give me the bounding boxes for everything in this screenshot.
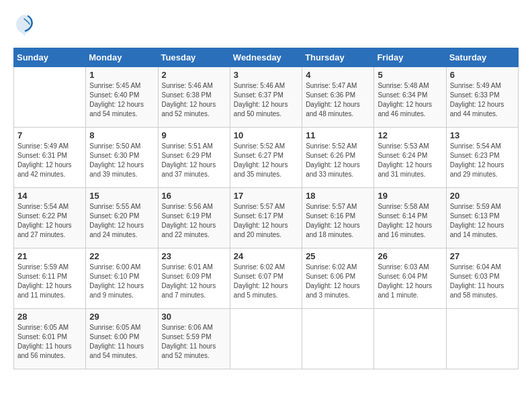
- day-info: Sunrise: 6:03 AM Sunset: 6:04 PM Dayligh…: [378, 263, 442, 300]
- day-number: 20: [450, 191, 515, 201]
- logo: [13, 13, 34, 41]
- calendar-cell: 25Sunrise: 6:02 AM Sunset: 6:06 PM Dayli…: [302, 248, 374, 308]
- calendar-cell: 1Sunrise: 5:45 AM Sunset: 6:40 PM Daylig…: [86, 66, 158, 127]
- calendar-cell: 17Sunrise: 5:57 AM Sunset: 6:17 PM Dayli…: [230, 187, 302, 248]
- calendar-week-row: 7Sunrise: 5:49 AM Sunset: 6:31 PM Daylig…: [14, 127, 519, 187]
- day-number: 7: [17, 130, 82, 140]
- day-number: 11: [306, 130, 370, 140]
- day-number: 27: [450, 251, 515, 261]
- day-number: 15: [89, 191, 154, 201]
- calendar-cell: [374, 308, 446, 369]
- day-info: Sunrise: 5:46 AM Sunset: 6:37 PM Dayligh…: [234, 81, 298, 119]
- calendar-cell: 9Sunrise: 5:51 AM Sunset: 6:29 PM Daylig…: [158, 127, 230, 187]
- calendar-cell: 3Sunrise: 5:46 AM Sunset: 6:37 PM Daylig…: [230, 66, 302, 127]
- day-info: Sunrise: 5:49 AM Sunset: 6:31 PM Dayligh…: [17, 142, 82, 179]
- day-info: Sunrise: 6:06 AM Sunset: 5:59 PM Dayligh…: [162, 323, 226, 361]
- day-number: 21: [17, 251, 82, 261]
- day-number: 16: [162, 191, 226, 201]
- day-number: 10: [234, 130, 298, 140]
- day-info: Sunrise: 5:53 AM Sunset: 6:24 PM Dayligh…: [378, 142, 442, 179]
- calendar-cell: 19Sunrise: 5:58 AM Sunset: 6:14 PM Dayli…: [374, 187, 446, 248]
- calendar-cell: 10Sunrise: 5:52 AM Sunset: 6:27 PM Dayli…: [230, 127, 302, 187]
- calendar-cell: 12Sunrise: 5:53 AM Sunset: 6:24 PM Dayli…: [374, 127, 446, 187]
- day-info: Sunrise: 5:48 AM Sunset: 6:34 PM Dayligh…: [378, 81, 442, 119]
- calendar-body: 1Sunrise: 5:45 AM Sunset: 6:40 PM Daylig…: [14, 66, 519, 369]
- calendar-header-row: SundayMondayTuesdayWednesdayThursdayFrid…: [14, 48, 519, 66]
- calendar-cell: 15Sunrise: 5:55 AM Sunset: 6:20 PM Dayli…: [86, 187, 158, 248]
- calendar-table: SundayMondayTuesdayWednesdayThursdayFrid…: [13, 48, 519, 369]
- day-number: 9: [162, 130, 226, 140]
- day-number: 4: [306, 70, 370, 80]
- day-info: Sunrise: 5:54 AM Sunset: 6:22 PM Dayligh…: [17, 202, 82, 240]
- day-header-saturday: Saturday: [446, 48, 518, 66]
- calendar-cell: 22Sunrise: 6:00 AM Sunset: 6:10 PM Dayli…: [86, 248, 158, 308]
- day-number: 5: [378, 70, 442, 80]
- calendar-cell: [446, 308, 518, 369]
- day-header-sunday: Sunday: [14, 48, 86, 66]
- day-info: Sunrise: 5:45 AM Sunset: 6:40 PM Dayligh…: [89, 81, 154, 119]
- calendar-cell: 21Sunrise: 5:59 AM Sunset: 6:11 PM Dayli…: [14, 248, 86, 308]
- day-info: Sunrise: 6:01 AM Sunset: 6:09 PM Dayligh…: [162, 263, 226, 300]
- calendar-cell: 16Sunrise: 5:56 AM Sunset: 6:19 PM Dayli…: [158, 187, 230, 248]
- calendar-cell: 27Sunrise: 6:04 AM Sunset: 6:03 PM Dayli…: [446, 248, 518, 308]
- day-header-tuesday: Tuesday: [158, 48, 230, 66]
- day-number: 18: [306, 191, 370, 201]
- day-number: 26: [378, 251, 442, 261]
- day-header-friday: Friday: [374, 48, 446, 66]
- calendar-cell: 30Sunrise: 6:06 AM Sunset: 5:59 PM Dayli…: [158, 308, 230, 369]
- day-number: 2: [162, 70, 226, 80]
- calendar-cell: 29Sunrise: 6:05 AM Sunset: 6:00 PM Dayli…: [86, 308, 158, 369]
- day-number: 29: [89, 312, 154, 322]
- calendar-cell: 6Sunrise: 5:49 AM Sunset: 6:33 PM Daylig…: [446, 66, 518, 127]
- day-info: Sunrise: 6:00 AM Sunset: 6:10 PM Dayligh…: [89, 263, 154, 300]
- day-info: Sunrise: 5:51 AM Sunset: 6:29 PM Dayligh…: [162, 142, 226, 179]
- calendar-cell: 4Sunrise: 5:47 AM Sunset: 6:36 PM Daylig…: [302, 66, 374, 127]
- day-info: Sunrise: 5:57 AM Sunset: 6:17 PM Dayligh…: [234, 202, 298, 240]
- day-info: Sunrise: 6:05 AM Sunset: 6:01 PM Dayligh…: [17, 323, 82, 361]
- calendar-cell: 18Sunrise: 5:57 AM Sunset: 6:16 PM Dayli…: [302, 187, 374, 248]
- logo-bird-icon: [15, 13, 34, 41]
- calendar-cell: 23Sunrise: 6:01 AM Sunset: 6:09 PM Dayli…: [158, 248, 230, 308]
- day-info: Sunrise: 5:59 AM Sunset: 6:13 PM Dayligh…: [450, 202, 515, 240]
- day-number: 28: [17, 312, 82, 322]
- calendar-cell: 5Sunrise: 5:48 AM Sunset: 6:34 PM Daylig…: [374, 66, 446, 127]
- day-info: Sunrise: 6:02 AM Sunset: 6:07 PM Dayligh…: [234, 263, 298, 300]
- calendar-week-row: 28Sunrise: 6:05 AM Sunset: 6:01 PM Dayli…: [14, 308, 519, 369]
- day-number: 17: [234, 191, 298, 201]
- day-header-wednesday: Wednesday: [230, 48, 302, 66]
- day-info: Sunrise: 5:50 AM Sunset: 6:30 PM Dayligh…: [89, 142, 154, 179]
- day-info: Sunrise: 6:04 AM Sunset: 6:03 PM Dayligh…: [450, 263, 515, 300]
- day-info: Sunrise: 5:47 AM Sunset: 6:36 PM Dayligh…: [306, 81, 370, 119]
- calendar-cell: 14Sunrise: 5:54 AM Sunset: 6:22 PM Dayli…: [14, 187, 86, 248]
- day-number: 30: [162, 312, 226, 322]
- day-number: 12: [378, 130, 442, 140]
- calendar-cell: [14, 66, 86, 127]
- day-number: 8: [89, 130, 154, 140]
- calendar-cell: 13Sunrise: 5:54 AM Sunset: 6:23 PM Dayli…: [446, 127, 518, 187]
- day-info: Sunrise: 5:58 AM Sunset: 6:14 PM Dayligh…: [378, 202, 442, 240]
- day-info: Sunrise: 5:52 AM Sunset: 6:26 PM Dayligh…: [306, 142, 370, 179]
- calendar-cell: 7Sunrise: 5:49 AM Sunset: 6:31 PM Daylig…: [14, 127, 86, 187]
- page-header: [13, 13, 519, 41]
- day-number: 14: [17, 191, 82, 201]
- day-number: 25: [306, 251, 370, 261]
- calendar-cell: 20Sunrise: 5:59 AM Sunset: 6:13 PM Dayli…: [446, 187, 518, 248]
- day-info: Sunrise: 5:55 AM Sunset: 6:20 PM Dayligh…: [89, 202, 154, 240]
- day-info: Sunrise: 6:05 AM Sunset: 6:00 PM Dayligh…: [89, 323, 154, 361]
- day-number: 13: [450, 130, 515, 140]
- day-info: Sunrise: 5:54 AM Sunset: 6:23 PM Dayligh…: [450, 142, 515, 179]
- day-info: Sunrise: 5:56 AM Sunset: 6:19 PM Dayligh…: [162, 202, 226, 240]
- day-number: 23: [162, 251, 226, 261]
- day-number: 3: [234, 70, 298, 80]
- calendar-cell: 24Sunrise: 6:02 AM Sunset: 6:07 PM Dayli…: [230, 248, 302, 308]
- calendar-cell: 2Sunrise: 5:46 AM Sunset: 6:38 PM Daylig…: [158, 66, 230, 127]
- day-info: Sunrise: 5:59 AM Sunset: 6:11 PM Dayligh…: [17, 263, 82, 300]
- day-number: 1: [89, 70, 154, 80]
- calendar-cell: 28Sunrise: 6:05 AM Sunset: 6:01 PM Dayli…: [14, 308, 86, 369]
- day-info: Sunrise: 5:57 AM Sunset: 6:16 PM Dayligh…: [306, 202, 370, 240]
- calendar-week-row: 21Sunrise: 5:59 AM Sunset: 6:11 PM Dayli…: [14, 248, 519, 308]
- calendar-week-row: 14Sunrise: 5:54 AM Sunset: 6:22 PM Dayli…: [14, 187, 519, 248]
- calendar-cell: [230, 308, 302, 369]
- calendar-cell: [302, 308, 374, 369]
- calendar-cell: 26Sunrise: 6:03 AM Sunset: 6:04 PM Dayli…: [374, 248, 446, 308]
